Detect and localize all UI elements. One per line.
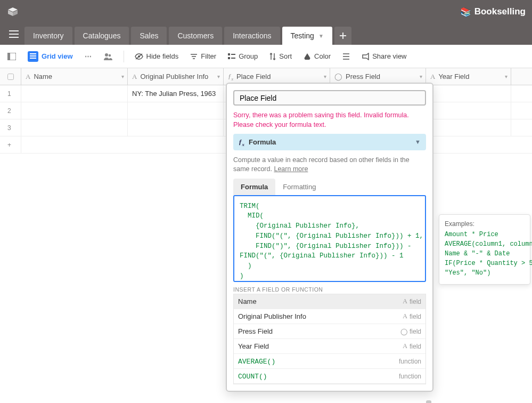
text-field-icon: A <box>403 312 407 320</box>
cell[interactable] <box>426 85 511 102</box>
text-field-icon: A <box>26 72 30 81</box>
svg-rect-23 <box>231 58 235 59</box>
workspace-title-text: Bookselling <box>474 6 526 17</box>
tab-label: Catalogues <box>83 31 121 40</box>
chevron-down-icon: ▾ <box>324 74 326 79</box>
formula-icon: ƒx <box>228 72 233 82</box>
tab-customers[interactable]: Customers <box>169 27 222 45</box>
row-height-button[interactable] <box>339 50 353 63</box>
field-type-label: Formula <box>249 138 276 146</box>
column-name: Name <box>34 72 52 80</box>
rollup-icon: ◯ <box>334 72 342 80</box>
toggle-sidebar-button[interactable] <box>4 50 19 63</box>
collaborators-button[interactable] <box>100 50 116 63</box>
tab-label: Sales <box>140 31 158 40</box>
cell[interactable] <box>426 102 511 119</box>
select-all-checkbox[interactable] <box>0 68 21 85</box>
sort-button[interactable]: Sort <box>266 49 295 63</box>
error-message: Sorry, there was a problem saving this f… <box>233 111 426 130</box>
column-header[interactable]: AYear Field▾ <box>426 68 511 85</box>
column-name: Year Field <box>438 72 469 80</box>
grid-icon <box>28 51 38 62</box>
panel-scrollbar[interactable] <box>426 400 431 403</box>
color-label: Color <box>314 52 331 60</box>
tab-label: Customers <box>177 31 214 40</box>
insert-list: NameA fieldOriginal Publisher InfoA fiel… <box>233 294 426 384</box>
insert-function-item[interactable]: AVERAGE() function <box>234 354 425 369</box>
group-button[interactable]: Group <box>225 49 261 63</box>
learn-more-link[interactable]: Learn more <box>274 165 308 173</box>
example-line: Name & "-" & Date <box>445 250 525 257</box>
subtab-formatting[interactable]: Formatting <box>275 179 323 195</box>
insert-field-item[interactable]: Year FieldA field <box>234 339 425 354</box>
insert-field-item[interactable]: NameA field <box>234 294 425 309</box>
workspace-title[interactable]: 📚 Bookselling <box>460 6 526 18</box>
field-type-description: Compute a value in each record based on … <box>233 156 426 174</box>
menu-icon[interactable] <box>3 23 24 45</box>
svg-rect-22 <box>228 57 230 59</box>
insert-function-item[interactable]: COUNT() function <box>234 369 425 384</box>
svg-rect-20 <box>228 53 230 55</box>
cell[interactable] <box>128 119 224 136</box>
field-config-panel: Sorry, there was a problem saving this f… <box>226 83 433 392</box>
insert-field-item[interactable]: Press Field◯ field <box>234 324 425 339</box>
cell[interactable] <box>21 102 128 119</box>
cell[interactable] <box>21 119 128 136</box>
svg-rect-10 <box>30 53 36 54</box>
example-line: AVERAGE(column1, column2) <box>445 240 525 248</box>
panel-subtabs: Formula Formatting <box>233 179 426 195</box>
formula-editor[interactable]: TRIM( MID( {Original Publisher Info}, FI… <box>233 195 426 282</box>
examples-header: Examples: <box>445 220 525 228</box>
svg-rect-27 <box>7 74 13 79</box>
svg-point-13 <box>105 53 108 57</box>
sort-label: Sort <box>279 52 292 60</box>
field-name-input[interactable] <box>233 90 426 106</box>
cell[interactable]: NY: The Julian Press, 1963 <box>128 85 224 102</box>
hide-fields-label: Hide fields <box>146 52 179 60</box>
filter-button[interactable]: Filter <box>187 49 219 63</box>
insert-field-item[interactable]: Original Publisher InfoA field <box>234 309 425 324</box>
example-line: "Yes", "No") <box>445 269 525 277</box>
column-name: Original Publisher Info <box>140 72 208 80</box>
example-line: Amount * Price <box>445 231 525 238</box>
column-header[interactable]: AName▾ <box>21 68 128 85</box>
view-switcher[interactable]: Grid view <box>24 48 76 65</box>
formula-icon: ƒx <box>239 138 244 147</box>
tab-label: Inventory <box>33 31 64 40</box>
group-label: Group <box>239 52 258 60</box>
tab-label: Testing <box>291 31 314 40</box>
column-header[interactable]: AOriginal Publisher Info▾ <box>128 68 224 85</box>
row-number: 2 <box>0 102 21 119</box>
tab-label: Interactions <box>233 31 271 40</box>
color-button[interactable]: Color <box>300 49 334 63</box>
chevron-down-icon: ▾ <box>217 74 220 79</box>
add-table-button[interactable] <box>334 27 351 45</box>
example-line: IF(Price * Quantity > 5, <box>445 260 525 267</box>
tab-testing[interactable]: Testing▼ <box>282 27 332 45</box>
chevron-down-icon: ▾ <box>121 74 124 79</box>
insert-label: INSERT A FIELD OR FUNCTION <box>233 286 426 293</box>
table-tabs: InventoryCataloguesSalesCustomersInterac… <box>0 23 532 45</box>
hide-fields-button[interactable]: Hide fields <box>132 49 182 63</box>
subtab-formula[interactable]: Formula <box>233 179 275 195</box>
chevron-down-icon: ▾ <box>420 74 422 79</box>
tab-catalogues[interactable]: Catalogues <box>75 27 129 45</box>
chevron-down-icon: ▼ <box>415 139 421 145</box>
examples-tooltip: Examples: Amount * PriceAVERAGE(column1,… <box>439 214 530 285</box>
topbar: 📚 Bookselling <box>0 0 532 23</box>
share-view-button[interactable]: Share view <box>358 49 410 63</box>
cell[interactable] <box>21 85 128 102</box>
svg-rect-11 <box>30 55 36 57</box>
tab-inventory[interactable]: Inventory <box>24 27 72 45</box>
tab-sales[interactable]: Sales <box>131 27 167 45</box>
view-menu-button[interactable]: ⋯ <box>81 49 95 63</box>
field-type-selector[interactable]: ƒx Formula ▼ <box>233 134 426 150</box>
cell[interactable] <box>426 119 511 136</box>
cell[interactable] <box>128 102 224 119</box>
svg-rect-12 <box>30 58 36 59</box>
text-field-icon: A <box>430 72 435 81</box>
tab-interactions[interactable]: Interactions <box>224 27 280 45</box>
text-field-icon: A <box>403 342 407 350</box>
app-logo-icon <box>6 5 19 18</box>
view-toolbar: Grid view ⋯ Hide fields Filter Group Sor… <box>0 45 532 68</box>
